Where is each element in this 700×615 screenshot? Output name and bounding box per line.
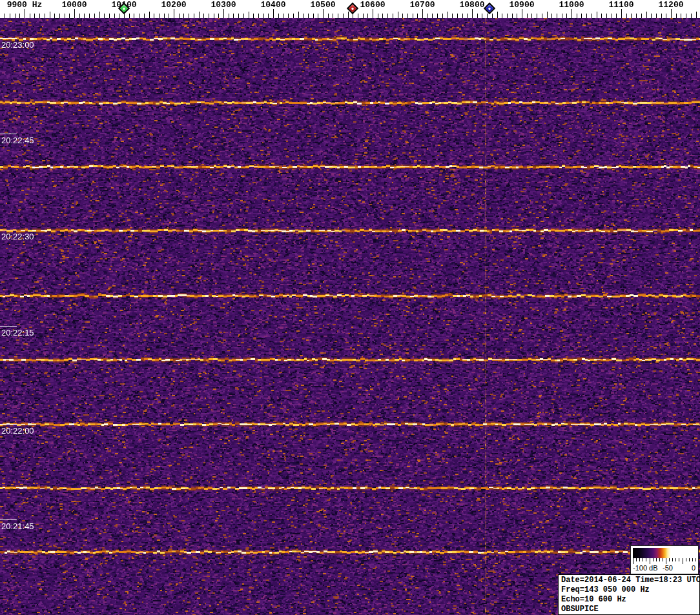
freq-label-10400: 10400: [260, 0, 285, 10]
time-label: 20:22:30: [1, 232, 34, 241]
time-label: 20:22:15: [1, 328, 34, 338]
time-tick: [0, 326, 17, 327]
info-date-time: Date=2014-06-24 Time=18:23 UTC: [561, 576, 697, 585]
time-tick: [0, 519, 17, 520]
freq-label-11200: 11200: [658, 0, 683, 10]
colorbar-ticks: [633, 558, 696, 564]
time-label: 20:22:00: [1, 426, 34, 436]
info-echo: Echo=10 600 Hz: [561, 595, 697, 605]
time-label: 20:21:45: [1, 521, 34, 531]
info-frequency: Freq=143 050 000 Hz: [561, 585, 697, 595]
marker-center-dot: [351, 7, 354, 10]
time-tick: [0, 230, 17, 230]
amplitude-colorbar: -100 dB -50 0: [630, 545, 699, 574]
freq-label-10700: 10700: [409, 0, 435, 10]
frequency-ruler[interactable]: 9900 Hz 10000 10100 10200 10300 10400 10…: [0, 0, 700, 18]
freq-label-10500: 10500: [310, 0, 335, 10]
freq-label-10800: 10800: [459, 0, 484, 10]
time-tick: [0, 424, 17, 425]
spectrogram-waterfall[interactable]: [0, 18, 700, 615]
freq-label-10200: 10200: [161, 0, 186, 10]
time-tick: [0, 38, 17, 39]
station-info-box: Date=2014-06-24 Time=18:23 UTC Freq=143 …: [558, 574, 700, 615]
freq-label-10000: 10000: [61, 0, 87, 10]
spectrum-waterfall-screen: 9900 Hz 10000 10100 10200 10300 10400 10…: [0, 0, 700, 615]
time-tick: [0, 134, 17, 134]
info-station: OBSUPICE: [561, 605, 697, 614]
freq-label-11000: 11000: [559, 0, 584, 10]
freq-label-9900: 9900 Hz: [7, 0, 43, 10]
freq-label-10300: 10300: [211, 0, 236, 10]
colorbar-label-mid: -50: [663, 564, 673, 572]
time-label: 20:23:00: [1, 40, 34, 50]
freq-label-11100: 11100: [608, 0, 633, 10]
freq-label-10900: 10900: [509, 0, 534, 10]
colorbar-label-min: -100 dB: [633, 564, 658, 572]
freq-label-10600: 10600: [360, 0, 385, 10]
marker-center-dot: [488, 7, 491, 10]
time-label: 20:22:45: [1, 136, 34, 145]
marker-center-dot: [123, 7, 125, 10]
colorbar-label-max: 0: [692, 564, 695, 572]
colorbar-gradient: [633, 548, 696, 558]
